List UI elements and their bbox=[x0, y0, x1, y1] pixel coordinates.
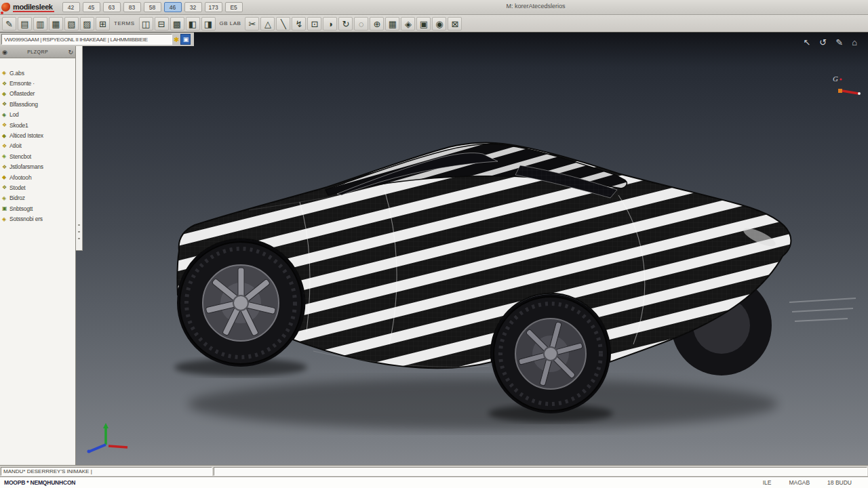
status-right-item: ILE bbox=[763, 479, 772, 486]
toolbar-icon[interactable]: △ bbox=[260, 17, 275, 30]
tree-item-icon: ◈ bbox=[2, 216, 9, 222]
toolbar-icon[interactable]: ▩ bbox=[170, 17, 184, 30]
menu-button[interactable]: E5 bbox=[225, 2, 243, 12]
tree-item[interactable]: ❖ Emsonte · bbox=[0, 78, 75, 88]
menu-button[interactable]: 42 bbox=[62, 2, 80, 12]
tree-item-icon: ❖ bbox=[2, 143, 9, 149]
tree-item[interactable]: ◆ Alticed Istotex bbox=[0, 130, 75, 140]
address-go-button[interactable]: ▣ bbox=[180, 34, 191, 45]
tree-item-icon: ❖ bbox=[2, 184, 9, 190]
tree-item-label: Lod bbox=[9, 111, 19, 118]
toolbar-icon[interactable]: ▧ bbox=[64, 17, 79, 30]
viewport-tool-icon[interactable]: ↖ bbox=[803, 38, 810, 47]
menu-button[interactable]: 32 bbox=[184, 2, 202, 12]
splitter-dot bbox=[78, 231, 80, 232]
main-toolbar: ✎▤▥▦▧▨⊞ TERMS ◫⊟▩◧◨ GB LAB ✂△╲↯⊡◑↻◌⊕▦◈▣◉… bbox=[0, 15, 868, 33]
toolbar-icon[interactable]: ▥ bbox=[33, 17, 47, 30]
menu-button[interactable]: 83 bbox=[123, 2, 141, 12]
panel-refresh-icon[interactable]: ↻ bbox=[68, 49, 73, 56]
toolbar-icon[interactable]: ⊕ bbox=[370, 17, 384, 30]
toolbar-icon[interactable]: ⊡ bbox=[307, 17, 321, 30]
toolbar-group-a: ✎▤▥▦▧▨⊞ bbox=[1, 17, 111, 30]
document-title: M: korerAtecedslerios bbox=[448, 3, 624, 9]
toolbar-icon[interactable]: ✎ bbox=[2, 17, 16, 30]
tree-item-label: Stodet bbox=[9, 184, 25, 191]
toolbar-icon[interactable]: ◈ bbox=[401, 17, 415, 30]
app-name: modilesleek bbox=[13, 3, 54, 12]
menu-button[interactable]: 46 bbox=[164, 2, 182, 12]
toolbar-icon[interactable]: ▦ bbox=[385, 17, 399, 30]
tree-item[interactable]: ◈ G.abs bbox=[0, 68, 75, 78]
toolbar-icon[interactable]: ✂ bbox=[245, 17, 259, 30]
toolbar-icon[interactable]: ◨ bbox=[201, 17, 216, 30]
toolbar-icon[interactable]: ◧ bbox=[186, 17, 200, 30]
status-command-text: MOOPB * NEMQHUNHCON bbox=[4, 479, 75, 486]
menu-button[interactable]: 45 bbox=[83, 2, 100, 12]
toolbar-icon[interactable]: ▤ bbox=[18, 17, 32, 30]
tree-item-label: Snbtsogtt bbox=[9, 205, 33, 212]
tree-item-label: Skode1 bbox=[9, 122, 28, 129]
tree-item-label: Jstlofarsmans bbox=[9, 163, 43, 170]
toolbar-icon[interactable]: ▣ bbox=[416, 17, 431, 30]
viewport-tool-icon[interactable]: ⌂ bbox=[852, 38, 857, 47]
tree-item[interactable]: ◈ Stencbot bbox=[0, 151, 75, 161]
viewport-tool-icon[interactable]: ↺ bbox=[819, 38, 827, 47]
tree-item[interactable]: ◈ Bidroz bbox=[0, 193, 75, 203]
status-message: MANDU* DESERRREY'S INIMAKE | bbox=[1, 467, 212, 476]
tree-item-icon: ❖ bbox=[2, 164, 9, 170]
toolbar-icon[interactable]: ⊟ bbox=[155, 17, 169, 30]
tree-item[interactable]: ◆ Afootooh bbox=[0, 172, 75, 182]
tree-item-icon: ◈ bbox=[2, 70, 9, 76]
toolbar-icon[interactable]: ◑ bbox=[323, 17, 337, 30]
tree-item[interactable]: ◈ Sotssnobi ers bbox=[0, 214, 75, 224]
viewport-toolbar: ↖↺✎⌂ bbox=[803, 38, 857, 47]
menu-button[interactable]: 173 bbox=[205, 2, 222, 12]
toolbar-icon[interactable]: ⊞ bbox=[96, 17, 110, 30]
toolbar-label-gblab: GB LAB bbox=[220, 20, 241, 26]
toolbar-icon[interactable]: ◫ bbox=[139, 17, 153, 30]
toolbar-group-b: ◫⊟▩◧◨ bbox=[138, 17, 216, 30]
tree-item-label: Sotssnobi ers bbox=[9, 216, 43, 222]
menu-button[interactable]: 63 bbox=[103, 2, 121, 12]
tree-item-icon: ◆ bbox=[2, 174, 9, 180]
tree-item-label: G.abs bbox=[9, 70, 24, 77]
tree-item[interactable]: ❖ Stodet bbox=[0, 182, 75, 192]
toolbar-icon[interactable]: ↯ bbox=[292, 17, 306, 30]
toolbar-icon[interactable]: ╲ bbox=[276, 17, 290, 30]
panel-menu-icon[interactable]: ◉ bbox=[2, 49, 7, 56]
tree-item-label: Stencbot bbox=[9, 153, 31, 160]
orientation-compass[interactable]: G bbox=[825, 72, 863, 102]
tree-item[interactable]: ◈ Lod bbox=[0, 110, 75, 120]
toolbar-icon[interactable]: ⊠ bbox=[448, 17, 462, 30]
tree-item[interactable]: ❖ Jstlofarsmans bbox=[0, 162, 75, 172]
splitter-dot bbox=[78, 238, 80, 239]
tree-item[interactable]: ❖ Skode1 bbox=[0, 120, 75, 130]
toolbar-group-c: ✂△╲↯⊡◑↻◌⊕▦◈▣◉⊠ bbox=[244, 17, 462, 30]
model-tree-panel: ◉ PLZQRP ↻ ◈ G.abs ❖ Emsonte · ◆ Oflaste… bbox=[0, 46, 76, 465]
tree-item[interactable]: ❖ Atloit bbox=[0, 141, 75, 151]
car-wireframe-model bbox=[76, 33, 868, 465]
toolbar-icon[interactable]: ↻ bbox=[338, 17, 353, 30]
status-right-item: MAGAB bbox=[789, 479, 810, 486]
viewport-tool-icon[interactable]: ✎ bbox=[835, 38, 843, 47]
panel-splitter[interactable] bbox=[76, 46, 83, 251]
toolbar-icon[interactable]: ◉ bbox=[432, 17, 446, 30]
menu-button-row: 42456383584632173E5 bbox=[61, 2, 244, 12]
tree-item-icon: ❖ bbox=[2, 101, 9, 107]
tree-item-label: Bidroz bbox=[9, 195, 25, 201]
menu-button[interactable]: 58 bbox=[144, 2, 161, 12]
toolbar-icon[interactable]: ▦ bbox=[49, 17, 63, 30]
tree-item-label: Afootooh bbox=[9, 174, 31, 181]
toolbar-icon[interactable]: ▨ bbox=[80, 17, 94, 30]
toolbar-icon[interactable]: ◌ bbox=[354, 17, 368, 30]
tree-item[interactable]: ▣ Snbtsogtt bbox=[0, 203, 75, 214]
tree-item[interactable]: ◆ Oflasteder bbox=[0, 89, 75, 99]
viewport-3d[interactable]: ↖↺✎⌂ G bbox=[76, 33, 868, 465]
tree-panel-title: PLZQRP bbox=[7, 49, 68, 54]
address-input[interactable]: VW0999GAAM | RSPYEGONL II IHIAKEAAE | LA… bbox=[1, 34, 172, 45]
tree-item[interactable]: ❖ Blfassdiong bbox=[0, 99, 75, 109]
address-bar: VW0999GAAM | RSPYEGONL II IHIAKEAAE | LA… bbox=[0, 33, 194, 46]
splitter-dot bbox=[78, 224, 80, 226]
status-bar-lower: MOOPB * NEMQHUNHCON ILEMAGAB18 BUDU bbox=[0, 476, 868, 488]
tree-item-label: Alticed Istotex bbox=[9, 132, 43, 139]
